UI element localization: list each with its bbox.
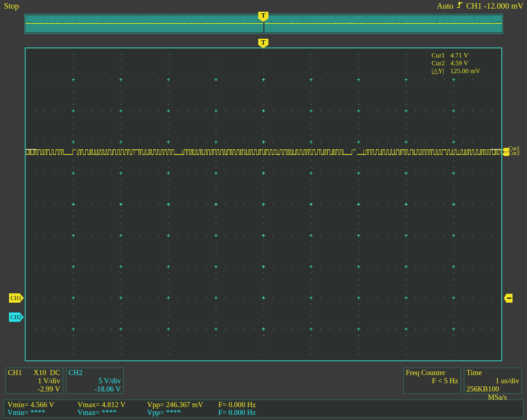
ch2-volts-per-div: 5 V/div <box>68 377 121 385</box>
cursor1-handle[interactable] <box>502 148 509 152</box>
cursor2-row: Cur2 4.59 V <box>432 59 480 67</box>
ch2-vmax: Vmax= **** <box>77 408 117 417</box>
ch2-position-marker[interactable]: CH2 <box>9 312 24 322</box>
trigger-info: Auto CH1 -12.000 mV <box>437 1 523 11</box>
cursor2-tag-label: Cur2 <box>509 151 520 156</box>
timebase-panel[interactable]: Time 1 us/div 256KB 100 MSa/s <box>464 368 522 394</box>
freq-counter-value: F < 5 Hz <box>406 377 458 385</box>
time-per-div: 1 us/div <box>466 377 519 385</box>
trigger-mode: Auto <box>437 1 453 11</box>
ch1-panel-title: CH1 <box>8 368 22 377</box>
ch2-panel-title: CH2 <box>68 368 83 377</box>
cursor1-row: Cur1 4.71 V <box>432 52 480 59</box>
ch1-vpp: Vpp= 246.367 mV <box>147 400 203 409</box>
ch1-vmin: Vmin= 4.566 V <box>7 400 54 409</box>
rising-edge-trigger-icon <box>456 1 464 11</box>
ch2-freq: F= 0.000 Hz <box>218 408 256 417</box>
trigger-level-marker[interactable] <box>504 294 513 303</box>
measurement-bar: Vmin= 4.566 V Vmax= 4.812 V Vpp= 246.367… <box>4 400 523 418</box>
ch1-settings-panel[interactable]: CH1 X10 DC 1 V/div -2.99 V <box>5 368 63 394</box>
ch2-vmin: Vmin= **** <box>7 408 45 417</box>
ch1-freq: F= 0.000 Hz <box>218 400 256 409</box>
freq-counter-panel: Freq Counter F < 5 Hz <box>403 368 461 394</box>
ch2-offset: -18.06 V <box>68 385 121 393</box>
waveform-canvas <box>26 48 501 360</box>
ch2-vpp: Vpp= **** <box>147 408 181 417</box>
trigger-position-marker[interactable]: T <box>258 39 268 48</box>
ch1-probe-coupling: X10 DC <box>33 368 60 377</box>
ch1-volts-per-div: 1 V/div <box>8 377 60 385</box>
freq-counter-title: Freq Counter <box>406 368 445 377</box>
memory-depth: 256KB <box>466 385 488 401</box>
ch1-offset: -2.99 V <box>8 385 60 393</box>
cursor-tag-labels: Cur1 Cur2 <box>509 146 520 156</box>
cursor2-handle[interactable] <box>502 152 509 156</box>
timebase-title: Time <box>466 368 482 377</box>
ch1-position-marker[interactable]: CH1 <box>9 293 24 303</box>
trigger-level-bar <box>507 298 511 299</box>
trigger-source-level: CH1 -12.000 mV <box>466 1 523 11</box>
delta-y-row: |△Y| 125.00 mV <box>432 67 480 75</box>
acquisition-status: Stop <box>4 1 19 11</box>
sample-rate: 100 MSa/s <box>488 385 519 401</box>
oscilloscope-screen: Stop Auto CH1 -12.000 mV T T Cur1 4.71 V… <box>0 0 527 420</box>
graticule <box>25 47 502 361</box>
ch1-vmax: Vmax= 4.812 V <box>77 400 126 409</box>
cursor-readout: Cur1 4.71 V Cur2 4.59 V |△Y| 125.00 mV <box>432 52 480 75</box>
ch2-settings-panel[interactable]: CH2 5 V/div -18.06 V <box>66 368 124 394</box>
